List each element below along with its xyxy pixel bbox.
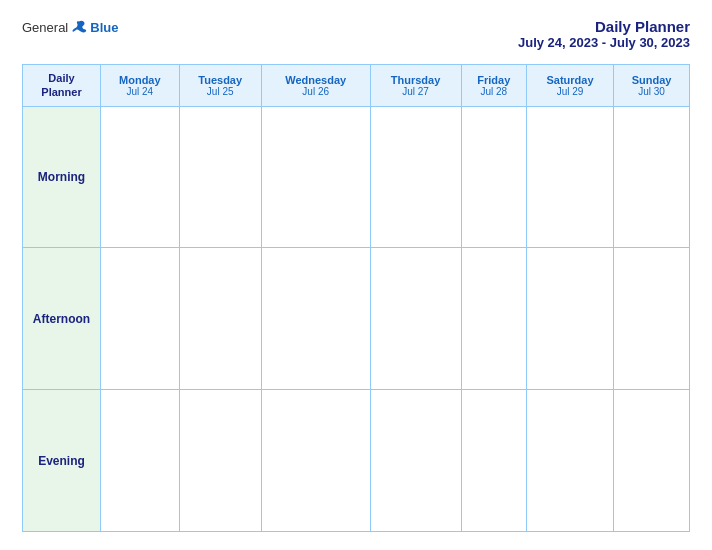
col-header-monday: Monday Jul 24	[101, 65, 180, 107]
col-header-sunday: Sunday Jul 30	[614, 65, 690, 107]
logo-area: General Blue	[22, 18, 118, 36]
title-area: Daily Planner July 24, 2023 - July 30, 2…	[518, 18, 690, 50]
afternoon-tuesday[interactable]	[179, 248, 261, 390]
page: General Blue Daily Planner July 24, 2023…	[0, 0, 712, 550]
logo-blue-text: Blue	[90, 20, 118, 35]
afternoon-sunday[interactable]	[614, 248, 690, 390]
morning-monday[interactable]	[101, 106, 180, 248]
afternoon-friday[interactable]	[461, 248, 526, 390]
morning-tuesday[interactable]	[179, 106, 261, 248]
logo-general-text: General	[22, 20, 68, 35]
evening-saturday[interactable]	[526, 390, 613, 532]
col-header-friday: Friday Jul 28	[461, 65, 526, 107]
morning-label: Morning	[23, 106, 101, 248]
morning-sunday[interactable]	[614, 106, 690, 248]
evening-tuesday[interactable]	[179, 390, 261, 532]
evening-thursday[interactable]	[370, 390, 461, 532]
date-range: July 24, 2023 - July 30, 2023	[518, 35, 690, 50]
morning-row: Morning	[23, 106, 690, 248]
col-header-saturday: Saturday Jul 29	[526, 65, 613, 107]
afternoon-thursday[interactable]	[370, 248, 461, 390]
afternoon-monday[interactable]	[101, 248, 180, 390]
header: General Blue Daily Planner July 24, 2023…	[22, 18, 690, 50]
evening-label: Evening	[23, 390, 101, 532]
evening-wednesday[interactable]	[261, 390, 370, 532]
afternoon-saturday[interactable]	[526, 248, 613, 390]
morning-friday[interactable]	[461, 106, 526, 248]
col-header-wednesday: Wednesday Jul 26	[261, 65, 370, 107]
morning-thursday[interactable]	[370, 106, 461, 248]
evening-monday[interactable]	[101, 390, 180, 532]
header-row: Daily Planner Monday Jul 24 Tuesday Jul …	[23, 65, 690, 107]
afternoon-wednesday[interactable]	[261, 248, 370, 390]
main-title: Daily Planner	[518, 18, 690, 35]
evening-row: Evening	[23, 390, 690, 532]
morning-saturday[interactable]	[526, 106, 613, 248]
afternoon-row: Afternoon	[23, 248, 690, 390]
evening-friday[interactable]	[461, 390, 526, 532]
calendar-table: Daily Planner Monday Jul 24 Tuesday Jul …	[22, 64, 690, 532]
logo-text: General Blue	[22, 18, 118, 36]
evening-sunday[interactable]	[614, 390, 690, 532]
col-header-tuesday: Tuesday Jul 25	[179, 65, 261, 107]
afternoon-label: Afternoon	[23, 248, 101, 390]
morning-wednesday[interactable]	[261, 106, 370, 248]
col-header-thursday: Thursday Jul 27	[370, 65, 461, 107]
table-label-header: Daily Planner	[23, 65, 101, 107]
logo-bird-icon	[70, 18, 88, 36]
